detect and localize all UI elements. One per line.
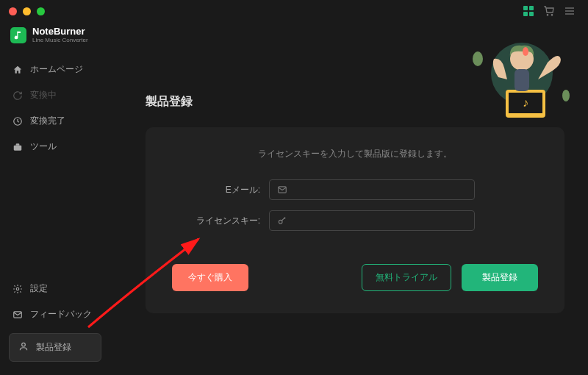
brand: NoteBurner Line Music Converter — [0, 26, 110, 57]
license-input[interactable] — [293, 215, 467, 226]
sidebar-register-button[interactable]: 製品登録 — [9, 333, 101, 362]
license-label: ライセンスキー: — [172, 215, 260, 227]
svg-text:♪: ♪ — [523, 96, 528, 109]
svg-rect-2 — [523, 12, 528, 16]
user-icon — [18, 341, 29, 354]
brand-name: NoteBurner — [32, 26, 88, 37]
email-input-wrap[interactable] — [269, 179, 475, 200]
license-row: ライセンスキー: — [172, 210, 538, 231]
register-button[interactable]: 製品登録 — [462, 264, 538, 291]
panel-description: ライセンスキーを入力して製品版に登録します。 — [172, 148, 538, 160]
key-icon — [277, 215, 287, 226]
toolbox-icon — [12, 141, 23, 152]
close-window[interactable] — [9, 7, 17, 15]
buy-now-button[interactable]: 今すぐ購入 — [172, 264, 248, 291]
svg-point-4 — [547, 15, 548, 15]
gear-icon — [12, 283, 23, 294]
sidebar-item-completed[interactable]: 変換完了 — [0, 108, 110, 134]
cart-icon[interactable] — [542, 4, 556, 18]
svg-point-24 — [279, 220, 282, 224]
brand-logo-icon — [10, 27, 26, 43]
free-trial-button[interactable]: 無料トライアル — [362, 264, 451, 291]
refresh-icon — [12, 90, 23, 101]
svg-point-5 — [551, 15, 552, 15]
email-label: Eメール: — [172, 184, 260, 196]
svg-point-13 — [22, 343, 26, 346]
sidebar-item-label: ホームページ — [30, 63, 83, 76]
svg-point-19 — [523, 47, 528, 56]
window-controls — [9, 7, 45, 15]
maximize-window[interactable] — [37, 7, 45, 15]
register-panel: ライセンスキーを入力して製品版に登録します。 Eメール: ライセンスキー: 今す… — [146, 127, 564, 313]
email-input[interactable] — [293, 185, 467, 195]
svg-rect-1 — [529, 6, 534, 10]
sidebar-register-label: 製品登録 — [36, 341, 71, 354]
sidebar-item-feedback[interactable]: フィードバック — [0, 301, 110, 327]
brand-subtitle: Line Music Converter — [32, 37, 88, 43]
email-row: Eメール: — [172, 179, 538, 200]
license-input-wrap[interactable] — [269, 210, 475, 231]
home-icon — [12, 64, 23, 75]
svg-point-22 — [562, 90, 570, 101]
svg-rect-10 — [13, 145, 21, 150]
titlebar — [0, 0, 588, 22]
sidebar-item-label: フィードバック — [30, 308, 92, 321]
hamburger-menu-icon[interactable] — [563, 4, 576, 18]
mail-icon — [12, 309, 23, 320]
sidebar: NoteBurner Line Music Converter ホームページ 変… — [0, 22, 110, 375]
primary-nav: ホームページ 変換中 変換完了 ツール — [0, 57, 110, 160]
svg-point-21 — [473, 51, 483, 66]
sidebar-item-home[interactable]: ホームページ — [0, 57, 110, 82]
sidebar-item-tools[interactable]: ツール — [0, 134, 110, 160]
apps-grid-icon[interactable] — [522, 4, 535, 18]
sidebar-item-label: 変換完了 — [30, 115, 65, 127]
sidebar-bottom: 設定 フィードバック 製品登録 — [0, 276, 110, 375]
svg-rect-3 — [529, 12, 534, 16]
envelope-icon — [277, 185, 287, 195]
svg-rect-20 — [514, 69, 529, 91]
sidebar-item-label: 変換中 — [30, 89, 57, 101]
svg-point-11 — [16, 288, 19, 290]
minimize-window[interactable] — [23, 7, 31, 15]
sidebar-item-label: 設定 — [30, 282, 48, 295]
top-right-icons — [522, 4, 576, 18]
illustration: ♪ — [448, 22, 581, 140]
content-area: ♪ 製品登録 ライセンスキーを入力して製品版に登録します。 Eメール: — [110, 22, 588, 375]
clock-icon — [12, 115, 23, 126]
sidebar-item-converting[interactable]: 変換中 — [0, 82, 110, 108]
sidebar-item-settings[interactable]: 設定 — [0, 276, 110, 301]
button-row: 今すぐ購入 無料トライアル 製品登録 — [172, 264, 538, 291]
svg-rect-0 — [523, 6, 528, 10]
sidebar-item-label: ツール — [30, 140, 57, 153]
